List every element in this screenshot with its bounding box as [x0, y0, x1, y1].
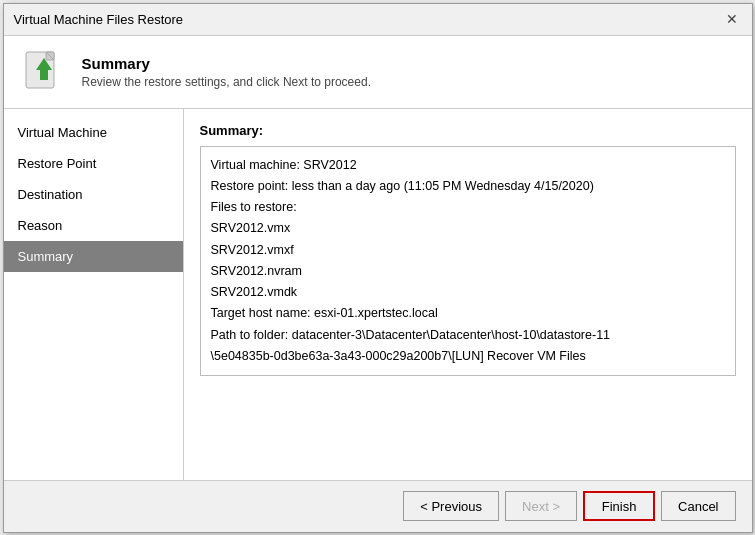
main-content: Summary: Virtual machine: SRV2012 Restor…	[184, 109, 752, 480]
finish-button[interactable]: Finish	[583, 491, 655, 521]
summary-line-7: SRV2012.vmdk	[211, 282, 725, 303]
summary-line-5: SRV2012.vmxf	[211, 240, 725, 261]
sidebar-item-reason[interactable]: Reason	[4, 210, 183, 241]
summary-line-6: SRV2012.nvram	[211, 261, 725, 282]
sidebar-item-summary[interactable]: Summary	[4, 241, 183, 272]
summary-line-3: Files to restore:	[211, 197, 725, 218]
summary-label: Summary:	[200, 123, 736, 138]
summary-line-9: Path to folder: datacenter-3\Datacenter\…	[211, 325, 725, 346]
summary-line-2: Restore point: less than a day ago (11:0…	[211, 176, 725, 197]
sidebar-item-restore-point[interactable]: Restore Point	[4, 148, 183, 179]
restore-icon	[20, 48, 68, 96]
dialog-window: Virtual Machine Files Restore ✕ Summary …	[3, 3, 753, 533]
next-button[interactable]: Next >	[505, 491, 577, 521]
header-area: Summary Review the restore settings, and…	[4, 36, 752, 109]
summary-box: Virtual machine: SRV2012 Restore point: …	[200, 146, 736, 377]
previous-button[interactable]: < Previous	[403, 491, 499, 521]
summary-line-1: Virtual machine: SRV2012	[211, 155, 725, 176]
summary-line-8: Target host name: esxi-01.xpertstec.loca…	[211, 303, 725, 324]
close-button[interactable]: ✕	[722, 9, 742, 29]
summary-line-4: SRV2012.vmx	[211, 218, 725, 239]
header-title: Summary	[82, 55, 371, 72]
title-bar: Virtual Machine Files Restore ✕	[4, 4, 752, 36]
header-text: Summary Review the restore settings, and…	[82, 55, 371, 89]
sidebar-item-destination[interactable]: Destination	[4, 179, 183, 210]
summary-line-10: \5e04835b-0d3be63a-3a43-000c29a200b7\[LU…	[211, 346, 725, 367]
sidebar-item-virtual-machine[interactable]: Virtual Machine	[4, 117, 183, 148]
dialog-title: Virtual Machine Files Restore	[14, 12, 184, 27]
header-subtitle: Review the restore settings, and click N…	[82, 75, 371, 89]
content-area: Virtual Machine Restore Point Destinatio…	[4, 109, 752, 480]
cancel-button[interactable]: Cancel	[661, 491, 735, 521]
sidebar: Virtual Machine Restore Point Destinatio…	[4, 109, 184, 480]
footer: < Previous Next > Finish Cancel	[4, 480, 752, 532]
